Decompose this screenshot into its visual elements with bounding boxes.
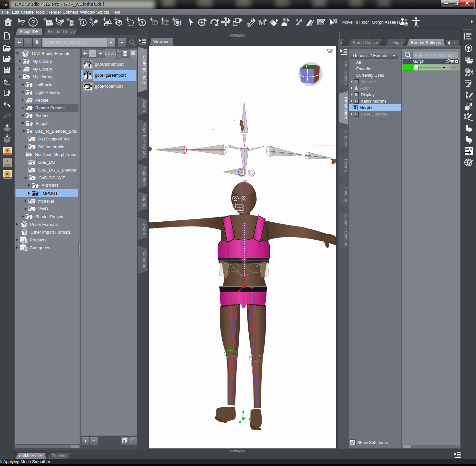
- svg-text:DS: DS: [6, 22, 10, 26]
- svg-text:M: M: [258, 18, 266, 27]
- svg-text:?: ?: [31, 19, 35, 26]
- svg-text:P: P: [469, 140, 471, 144]
- svg-text:Front: Front: [304, 75, 312, 79]
- svg-text:?: ?: [21, 18, 25, 26]
